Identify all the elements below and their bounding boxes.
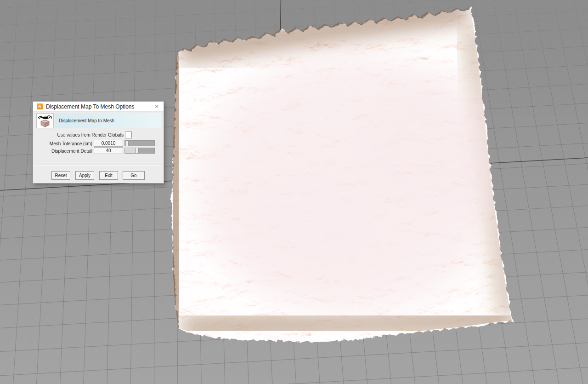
header-banner: Displacement Map to Mesh bbox=[55, 113, 161, 128]
displacement-options-dialog: A Displacement Map To Mesh Options × Dis… bbox=[33, 101, 164, 183]
reset-button[interactable]: Reset bbox=[51, 171, 70, 180]
slider-thumb[interactable] bbox=[136, 148, 139, 154]
displacement-detail-slider[interactable] bbox=[124, 148, 155, 154]
dialog-title: Displacement Map To Mesh Options bbox=[46, 103, 135, 110]
slider-thumb[interactable] bbox=[125, 140, 129, 146]
dialog-divider bbox=[34, 165, 163, 166]
close-icon[interactable]: × bbox=[153, 103, 161, 111]
viewport-render bbox=[0, 0, 588, 384]
mesh-tolerance-field[interactable]: 0.0010 bbox=[94, 140, 123, 147]
header-label: Displacement Map to Mesh bbox=[59, 118, 114, 123]
apply-button[interactable]: Apply bbox=[75, 171, 94, 180]
exit-button[interactable]: Exit bbox=[99, 171, 118, 180]
maya-viewport[interactable]: A Displacement Map To Mesh Options × Dis… bbox=[0, 0, 588, 384]
render-globals-checkbox[interactable] bbox=[125, 132, 132, 138]
displacement-map-to-mesh-icon bbox=[36, 113, 54, 128]
mesh-tolerance-slider[interactable] bbox=[124, 140, 155, 146]
autodesk-logo-icon: A bbox=[37, 103, 43, 109]
mesh-tolerance-label: Mesh Tolerance (cm) bbox=[38, 141, 92, 146]
render-globals-label: Use values from Render Globals bbox=[38, 132, 124, 138]
dialog-titlebar[interactable]: A Displacement Map To Mesh Options × bbox=[33, 102, 164, 112]
displacement-detail-label: Displacement Detail bbox=[38, 149, 92, 154]
displaced-mesh-object[interactable] bbox=[171, 6, 524, 341]
go-button[interactable]: Go bbox=[123, 171, 145, 180]
displacement-detail-field[interactable]: 40 bbox=[94, 147, 123, 154]
